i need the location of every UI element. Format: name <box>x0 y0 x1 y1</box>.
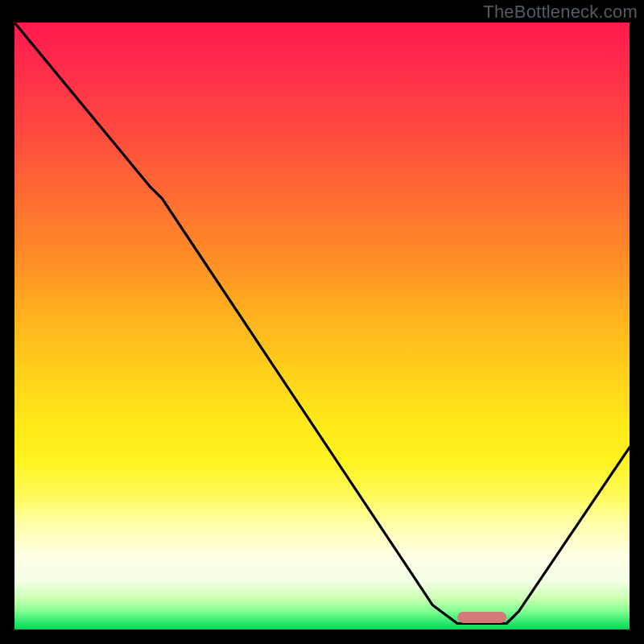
chart-frame: TheBottleneck.com <box>0 0 644 644</box>
plot-area <box>14 23 630 630</box>
watermark-label: TheBottleneck.com <box>483 2 638 23</box>
chart-svg <box>14 23 630 630</box>
optimal-range-marker <box>457 612 506 623</box>
bottleneck-curve-path <box>14 23 630 624</box>
